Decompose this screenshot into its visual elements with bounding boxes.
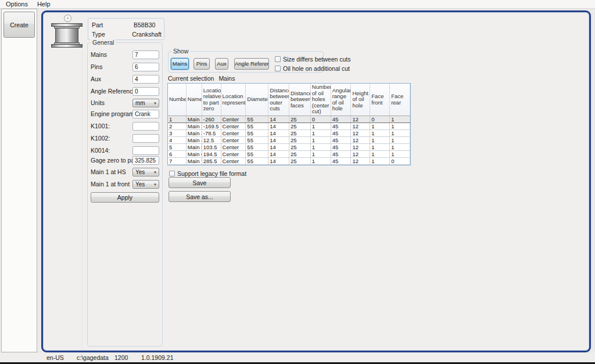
show-mains-button[interactable]: Mains <box>171 58 189 70</box>
table-body: 1Main 1-260Center55142504512012Main 2-16… <box>168 116 410 165</box>
menu-item-help[interactable]: Help <box>33 0 55 9</box>
mains-label: Mains <box>91 51 107 59</box>
k1001-input[interactable] <box>132 122 159 131</box>
table-cell: 45 <box>331 130 352 136</box>
apply-button[interactable]: Apply <box>91 192 159 203</box>
mains-input[interactable]: 7 <box>132 51 159 59</box>
table-row-5[interactable]: 5Main 5103.5Center5514251451211 <box>168 144 410 151</box>
table-cell: 55 <box>246 137 268 143</box>
table-cell: 194.5 <box>202 151 221 157</box>
table-cell: 12 <box>351 137 370 143</box>
table-cell: 1 <box>370 144 390 150</box>
table-cell: 1 <box>390 151 410 157</box>
part-value: B58B30 <box>134 21 155 28</box>
field-row-main-1-at-front: Main 1 at frontYes▼ <box>88 180 162 189</box>
table-cell: 12 <box>351 144 370 150</box>
part-info-box: Part B58B30 Type Crankshaft <box>88 18 164 40</box>
column-header-2: Name <box>187 84 202 116</box>
table-cell: Main 2 <box>187 123 202 129</box>
table-cell: Center <box>221 151 246 157</box>
table-cell: 25 <box>289 116 311 122</box>
show-angle-reference-button[interactable]: Angle Reference <box>234 58 269 70</box>
k1001-label: K1001: <box>91 122 110 130</box>
aux-input[interactable]: 4 <box>132 75 159 84</box>
table-row-3[interactable]: 3Main 3-78.5Center5514251451211 <box>168 130 410 137</box>
checkbox-unchecked-icon <box>275 56 281 62</box>
current-selection: Current selectionMains <box>168 75 235 82</box>
table-cell: 12 <box>351 158 370 164</box>
save-as-button[interactable]: Save as... <box>169 191 231 202</box>
general-groupbox-title: General <box>91 39 116 46</box>
create-button[interactable]: Create <box>3 12 35 38</box>
field-row-pins: Pins6 <box>88 63 162 71</box>
column-header-4: Location represents <box>221 84 246 116</box>
table-cell: Center <box>221 123 246 129</box>
field-row-gage-zero-to-part-zero: Gage zero to part zero325.825 <box>88 156 162 165</box>
menu-item-options[interactable]: Options <box>1 0 33 9</box>
status-item-1: en-US <box>46 354 64 361</box>
pins-input[interactable]: 6 <box>132 63 159 71</box>
type-label: Type <box>92 31 132 38</box>
status-item-4: 1.0.1909.21 <box>141 354 173 361</box>
show-pins-button[interactable]: Pins <box>193 58 210 70</box>
general-groupbox: General Mains7Pins6Aux4Angle Reference0U… <box>87 42 163 347</box>
table-cell: 1 <box>390 137 410 143</box>
table-cell: Main 3 <box>187 130 202 136</box>
table-cell: 45 <box>331 116 352 122</box>
table-cell: 1 <box>168 116 187 122</box>
table-row-4[interactable]: 4Main 412.5Center5514251451211 <box>168 137 410 144</box>
table-row-1[interactable]: 1Main 1-260Center5514250451201 <box>168 116 410 123</box>
support-legacy-label: Support legacy file format <box>177 170 246 177</box>
field-row-main-1-at-hs: Main 1 at HSYes▼ <box>88 168 162 176</box>
table-row-7[interactable]: 7Main 7285.5Center5514251451210 <box>168 158 410 165</box>
table-row-2[interactable]: 2Main 2-169.5Center5514251451211 <box>168 123 410 130</box>
table-cell: 103.5 <box>202 144 221 150</box>
size-differs-label: Size differs between cuts <box>283 56 351 63</box>
collapse-panel-button[interactable]: › <box>64 15 71 22</box>
current-selection-label: Current selection <box>168 75 214 82</box>
table-cell: 1 <box>390 123 410 129</box>
main-1-at-hs-select[interactable]: Yes▼ <box>132 168 159 176</box>
show-aux-button[interactable]: Aux <box>215 58 228 70</box>
table-cell: 25 <box>289 123 311 129</box>
table-row-6[interactable]: 6Main 6194.5Center5514251451211 <box>168 151 410 158</box>
table-cell: 1 <box>370 123 390 129</box>
k1002-input[interactable] <box>132 134 159 143</box>
table-cell: 14 <box>268 116 289 122</box>
table-cell: -169.5 <box>202 123 221 129</box>
save-button[interactable]: Save <box>169 177 231 188</box>
size-differs-checkbox[interactable]: Size differs between cuts <box>275 56 351 63</box>
main-panel: › Part B58B30 Type Crankshaft General Ma… <box>41 10 591 352</box>
engine-program-input[interactable]: Crank <box>132 110 159 118</box>
main-1-at-front-select[interactable]: Yes▼ <box>132 180 159 189</box>
table-cell: 1 <box>311 144 331 150</box>
checkbox-unchecked-icon <box>169 171 175 176</box>
gage-zero-to-part-zero-input[interactable]: 325.825 <box>132 156 159 165</box>
oil-hole-checkbox[interactable]: Oil hole on additional cut <box>275 65 350 72</box>
units-select[interactable]: mm▼ <box>132 99 159 107</box>
table-cell: 285.5 <box>202 158 221 164</box>
support-legacy-checkbox[interactable]: Support legacy file format <box>169 170 246 177</box>
table-cell: 14 <box>268 158 289 164</box>
table-cell: 1 <box>370 137 390 143</box>
main-1-at-hs-label: Main 1 at HS <box>91 168 126 176</box>
checkbox-unchecked-icon <box>275 66 281 71</box>
chevron-right-icon: › <box>67 15 69 21</box>
angle-reference-input[interactable]: 0 <box>132 87 159 96</box>
sidebar-panel: Create <box>1 9 37 352</box>
table-cell: Main 1 <box>187 116 202 122</box>
k0014-input[interactable] <box>132 146 159 155</box>
table-cell: 45 <box>331 158 352 164</box>
engine-program-label: Engine program <box>91 110 134 118</box>
column-header-6: Distance between outer cuts <box>268 84 289 116</box>
table-cell: 55 <box>246 151 268 157</box>
table-cell: 55 <box>246 144 268 150</box>
table-cell: Main 5 <box>187 144 202 150</box>
table-cell: 12 <box>351 116 370 122</box>
table-cell: 25 <box>289 144 311 150</box>
table-cell: 1 <box>311 130 331 136</box>
table-cell: Main 6 <box>187 151 202 157</box>
field-row-k1001: K1001: <box>88 122 162 131</box>
table-cell: 7 <box>168 158 187 164</box>
table-cell: 6 <box>168 151 187 157</box>
